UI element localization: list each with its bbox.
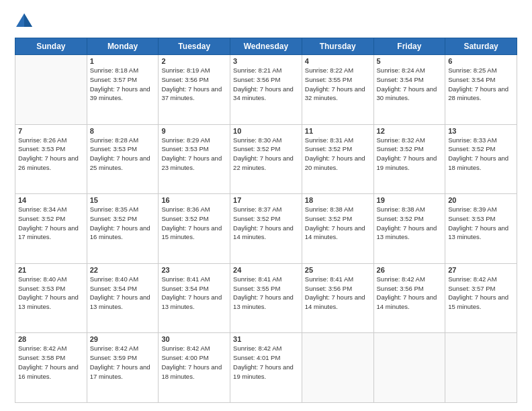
calendar-cell: 13Sunrise: 8:33 AMSunset: 3:52 PMDayligh…	[445, 124, 517, 194]
daylight: Daylight: 7 hours and 14 minutes.	[377, 293, 437, 310]
daylight: Daylight: 7 hours and 23 minutes.	[161, 154, 222, 171]
sunrise: Sunrise: 8:42 AM	[90, 345, 138, 352]
day-number: 9	[161, 127, 227, 135]
sun-info: Sunrise: 8:35 AMSunset: 3:52 PMDaylight:…	[90, 205, 156, 242]
sunrise: Sunrise: 8:30 AM	[233, 136, 281, 144]
calendar-cell: 31Sunrise: 8:42 AMSunset: 4:01 PMDayligh…	[230, 333, 302, 403]
sunrise: Sunrise: 8:25 AM	[448, 66, 496, 74]
sun-info: Sunrise: 8:40 AMSunset: 3:54 PMDaylight:…	[90, 275, 156, 312]
sunset: Sunset: 3:52 PM	[377, 145, 424, 152]
calendar-cell	[15, 55, 87, 125]
daylight: Daylight: 7 hours and 25 minutes.	[90, 154, 150, 171]
sun-info: Sunrise: 8:33 AMSunset: 3:52 PMDaylight:…	[448, 136, 514, 173]
sunrise: Sunrise: 8:42 AM	[377, 275, 425, 283]
daylight: Daylight: 7 hours and 15 minutes.	[448, 293, 508, 310]
sun-info: Sunrise: 8:25 AMSunset: 3:54 PMDaylight:…	[448, 66, 514, 103]
sunrise: Sunrise: 8:22 AM	[305, 66, 353, 74]
day-number: 30	[161, 335, 227, 343]
calendar-cell: 28Sunrise: 8:42 AMSunset: 3:58 PMDayligh…	[15, 333, 87, 403]
calendar-cell: 17Sunrise: 8:37 AMSunset: 3:52 PMDayligh…	[230, 194, 302, 264]
sun-info: Sunrise: 8:24 AMSunset: 3:54 PMDaylight:…	[377, 66, 443, 103]
day-number: 13	[448, 127, 514, 135]
calendar-cell: 5Sunrise: 8:24 AMSunset: 3:54 PMDaylight…	[373, 55, 445, 125]
daylight: Daylight: 7 hours and 34 minutes.	[233, 85, 294, 102]
sunset: Sunset: 3:52 PM	[233, 145, 280, 152]
sunrise: Sunrise: 8:34 AM	[18, 205, 66, 213]
calendar-cell: 15Sunrise: 8:35 AMSunset: 3:52 PMDayligh…	[87, 194, 159, 264]
sun-info: Sunrise: 8:29 AMSunset: 3:53 PMDaylight:…	[161, 136, 227, 173]
day-number: 25	[305, 266, 371, 274]
calendar-cell	[445, 333, 517, 403]
day-number: 8	[90, 127, 156, 135]
daylight: Daylight: 7 hours and 32 minutes.	[305, 85, 365, 102]
daylight: Daylight: 7 hours and 16 minutes.	[18, 363, 79, 380]
day-number: 4	[305, 57, 371, 65]
sun-info: Sunrise: 8:41 AMSunset: 3:54 PMDaylight:…	[161, 275, 227, 312]
sunset: Sunset: 3:52 PM	[305, 215, 352, 222]
sun-info: Sunrise: 8:32 AMSunset: 3:52 PMDaylight:…	[377, 136, 443, 173]
daylight: Daylight: 7 hours and 14 minutes.	[305, 293, 365, 310]
days-of-week-row: SundayMondayTuesdayWednesdayThursdayFrid…	[15, 38, 517, 55]
sunrise: Sunrise: 8:21 AM	[233, 66, 281, 74]
day-number: 14	[18, 196, 84, 204]
sun-info: Sunrise: 8:30 AMSunset: 3:52 PMDaylight:…	[233, 136, 299, 173]
sunrise: Sunrise: 8:19 AM	[161, 66, 210, 74]
sunset: Sunset: 3:56 PM	[377, 285, 424, 292]
daylight: Daylight: 7 hours and 16 minutes.	[90, 224, 150, 241]
daylight: Daylight: 7 hours and 30 minutes.	[377, 85, 437, 102]
day-number: 19	[377, 196, 443, 204]
sunset: Sunset: 3:54 PM	[161, 285, 208, 292]
calendar-cell: 9Sunrise: 8:29 AMSunset: 3:53 PMDaylight…	[159, 124, 230, 194]
sun-info: Sunrise: 8:28 AMSunset: 3:53 PMDaylight:…	[90, 136, 156, 173]
day-number: 18	[305, 196, 371, 204]
sunset: Sunset: 3:56 PM	[161, 76, 208, 83]
calendar-week-row: 1Sunrise: 8:18 AMSunset: 3:57 PMDaylight…	[15, 55, 517, 125]
calendar-cell: 20Sunrise: 8:39 AMSunset: 3:53 PMDayligh…	[445, 194, 517, 264]
sunset: Sunset: 3:56 PM	[305, 285, 352, 292]
day-number: 22	[90, 266, 156, 274]
sun-info: Sunrise: 8:42 AMSunset: 3:57 PMDaylight:…	[448, 275, 514, 312]
sunset: Sunset: 3:52 PM	[233, 215, 280, 222]
sunset: Sunset: 3:56 PM	[233, 76, 280, 83]
sunrise: Sunrise: 8:42 AM	[161, 345, 210, 352]
daylight: Daylight: 7 hours and 14 minutes.	[305, 224, 365, 241]
daylight: Daylight: 7 hours and 15 minutes.	[161, 224, 222, 241]
sun-info: Sunrise: 8:38 AMSunset: 3:52 PMDaylight:…	[305, 205, 371, 242]
calendar-cell	[302, 333, 373, 403]
sunset: Sunset: 3:52 PM	[90, 215, 137, 222]
calendar-week-row: 21Sunrise: 8:40 AMSunset: 3:53 PMDayligh…	[15, 263, 517, 333]
daylight: Daylight: 7 hours and 39 minutes.	[90, 85, 150, 102]
daylight: Daylight: 7 hours and 26 minutes.	[18, 154, 79, 171]
day-number: 16	[161, 196, 227, 204]
day-number: 24	[233, 266, 299, 274]
dow-header: Saturday	[445, 38, 517, 55]
sunrise: Sunrise: 8:24 AM	[377, 66, 425, 74]
sunset: Sunset: 3:57 PM	[448, 285, 495, 292]
daylight: Daylight: 7 hours and 19 minutes.	[377, 154, 437, 171]
sunrise: Sunrise: 8:41 AM	[161, 275, 210, 283]
calendar-week-row: 28Sunrise: 8:42 AMSunset: 3:58 PMDayligh…	[15, 333, 517, 403]
sunrise: Sunrise: 8:41 AM	[305, 275, 353, 283]
sun-info: Sunrise: 8:42 AMSunset: 4:00 PMDaylight:…	[161, 344, 227, 381]
calendar-cell	[373, 333, 445, 403]
sunset: Sunset: 3:53 PM	[448, 215, 495, 222]
daylight: Daylight: 7 hours and 17 minutes.	[18, 224, 79, 241]
daylight: Daylight: 7 hours and 13 minutes.	[377, 224, 437, 241]
sunset: Sunset: 3:55 PM	[305, 76, 352, 83]
sun-info: Sunrise: 8:37 AMSunset: 3:52 PMDaylight:…	[233, 205, 299, 242]
daylight: Daylight: 7 hours and 18 minutes.	[161, 363, 222, 380]
sunset: Sunset: 3:54 PM	[448, 76, 495, 83]
day-number: 29	[90, 335, 156, 343]
sunrise: Sunrise: 8:40 AM	[18, 275, 66, 283]
sunrise: Sunrise: 8:38 AM	[377, 205, 425, 213]
sunrise: Sunrise: 8:28 AM	[90, 136, 138, 144]
day-number: 11	[305, 127, 371, 135]
sunrise: Sunrise: 8:38 AM	[305, 205, 353, 213]
sunrise: Sunrise: 8:29 AM	[161, 136, 210, 144]
day-number: 5	[377, 57, 443, 65]
sunset: Sunset: 3:58 PM	[18, 354, 65, 361]
calendar-cell: 1Sunrise: 8:18 AMSunset: 3:57 PMDaylight…	[87, 55, 159, 125]
calendar-cell: 4Sunrise: 8:22 AMSunset: 3:55 PMDaylight…	[302, 55, 373, 125]
sunrise: Sunrise: 8:37 AM	[233, 205, 281, 213]
sunrise: Sunrise: 8:33 AM	[448, 136, 496, 144]
